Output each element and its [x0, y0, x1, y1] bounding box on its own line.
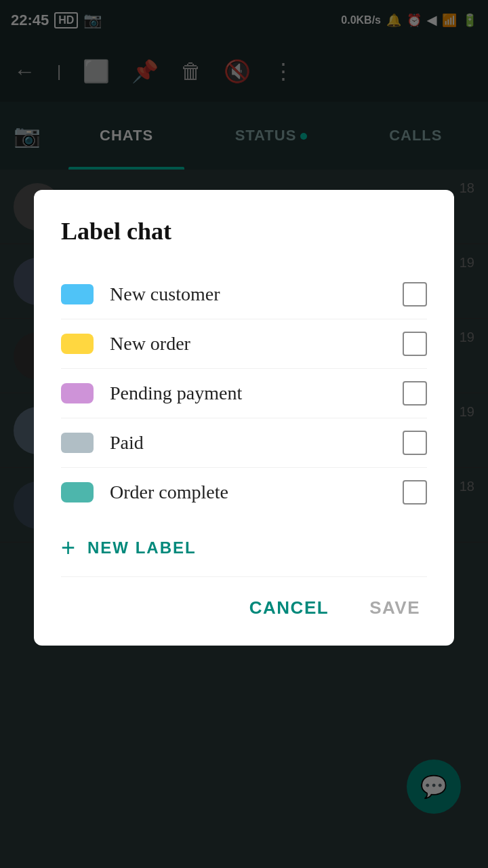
- dialog-title: Label chat: [61, 217, 427, 245]
- label-list: New customer New order Pending payment P…: [61, 270, 427, 517]
- new-label-plus-icon: +: [61, 536, 75, 560]
- label-color-order-complete: [61, 482, 94, 502]
- cancel-button[interactable]: CANCEL: [243, 591, 336, 625]
- new-label-text: NEW LABEL: [87, 538, 197, 557]
- label-item-new-order[interactable]: New order: [61, 319, 427, 369]
- checkbox-new-order[interactable]: [403, 332, 427, 356]
- label-name-paid: Paid: [110, 432, 403, 454]
- checkbox-pending-payment[interactable]: [403, 381, 427, 406]
- label-chat-dialog: Label chat New customer New order Pendin…: [34, 190, 454, 646]
- label-item-pending-payment[interactable]: Pending payment: [61, 369, 427, 418]
- label-name-pending-payment: Pending payment: [110, 382, 403, 404]
- checkbox-paid[interactable]: [403, 431, 427, 455]
- label-color-new-customer: [61, 284, 94, 304]
- new-label-row[interactable]: + NEW LABEL: [61, 517, 427, 571]
- label-item-order-complete[interactable]: Order complete: [61, 468, 427, 517]
- label-color-pending-payment: [61, 383, 94, 403]
- label-color-new-order: [61, 334, 94, 354]
- checkbox-order-complete[interactable]: [403, 480, 427, 505]
- save-button[interactable]: SAVE: [363, 591, 427, 625]
- checkbox-new-customer[interactable]: [403, 282, 427, 307]
- label-name-new-customer: New customer: [110, 283, 403, 305]
- label-color-paid: [61, 433, 94, 453]
- label-item-paid[interactable]: Paid: [61, 418, 427, 468]
- label-name-order-complete: Order complete: [110, 481, 403, 503]
- label-item-new-customer[interactable]: New customer: [61, 270, 427, 319]
- dialog-actions: CANCEL SAVE: [61, 576, 427, 625]
- label-name-new-order: New order: [110, 333, 403, 355]
